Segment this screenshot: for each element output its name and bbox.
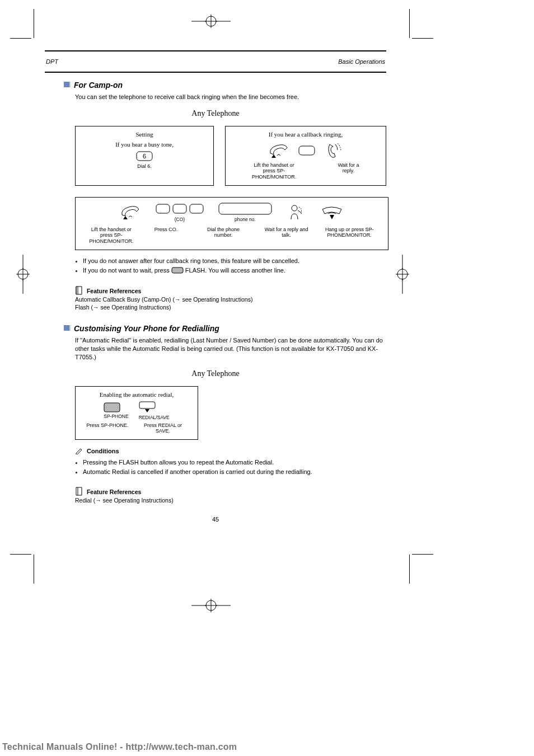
cond-header: Conditions	[87, 448, 119, 454]
panel-setting-caption-2: If you hear a busy tone,	[115, 141, 174, 148]
registration-mark-icon	[191, 598, 231, 613]
feature-title-text: Customising Your Phone for Redialling	[74, 324, 219, 333]
keycap-blank-icon	[298, 145, 315, 156]
panel-setting: Setting If you hear a busy tone, 6 Dial …	[75, 126, 214, 186]
feature-redial-title: Customising Your Phone for Redialling	[64, 324, 386, 333]
any-telephone-label: Any Telephone	[45, 109, 386, 118]
panel-dialout: (CO) phone no. Lift the handset or press…	[75, 197, 388, 250]
pencil-icon	[75, 447, 83, 454]
dialout-sub-hangup: Hang up or press SP-PHONE/MONITOR.	[324, 227, 374, 244]
cropmark	[10, 38, 31, 39]
dialout-sub-lift: Lift the handset or press SP-PHONE/MONIT…	[89, 227, 134, 244]
handset-ringing-icon	[324, 141, 343, 160]
svg-point-25	[292, 205, 297, 211]
redial-refs: Feature References Redial (→ see Operati…	[75, 486, 386, 505]
cond-item: Pressing the FLASH button allows you to …	[83, 458, 386, 467]
redial-save-key-icon: REDIAL/SAVE	[139, 401, 170, 420]
panel-autoredial-caption: Enabling the automatic redial,	[100, 391, 174, 398]
svg-text:6: 6	[143, 153, 146, 159]
header-right: Basic Operations	[338, 58, 385, 65]
cond-cancel-suffix: You will access another line.	[208, 267, 285, 274]
feature-redial-lead: If "Automatic Redial" is enabled, redial…	[75, 336, 386, 361]
flash-key-icon	[171, 267, 184, 274]
panel-callback-caption: If you hear a callback ringing,	[269, 131, 343, 138]
co-keys-icon: (CO)	[156, 202, 204, 222]
phoneno-label: phone no.	[218, 217, 272, 222]
feature-campon-title: For Camp-on	[64, 81, 386, 90]
feature-title-text: For Camp-on	[74, 81, 123, 90]
redial-label: REDIAL/SAVE	[139, 415, 170, 420]
cond-item: If you do not answer after four callback…	[83, 257, 386, 265]
svg-rect-30	[139, 402, 155, 408]
bullet-icon	[64, 325, 69, 331]
dialout-sub-phone: Dial the phone number.	[198, 227, 249, 244]
keycap-6-icon: 6	[136, 151, 153, 161]
bullet-icon	[64, 82, 69, 87]
refs-item: Flash (→ see Operating Instructions)	[75, 303, 386, 312]
cropmark	[412, 554, 433, 555]
person-talking-icon	[287, 203, 306, 222]
refs-item: Automatic Callback Busy (Camp-On) (→ see…	[75, 295, 386, 304]
co-label: (CO)	[156, 217, 204, 222]
callback-sub-wait: Wait for a reply.	[335, 162, 363, 180]
registration-mark-icon	[395, 255, 410, 294]
cropmark	[412, 38, 433, 39]
campon-refs: Feature References Automatic Callback Bu…	[75, 285, 386, 312]
svg-rect-29	[104, 403, 120, 412]
any-telephone-label: Any Telephone	[45, 369, 386, 378]
registration-mark-icon	[191, 13, 231, 29]
sp-label: SP-PHONE	[104, 414, 128, 419]
header-left: DPT	[46, 58, 58, 65]
campon-conditions: If you do not answer after four callback…	[75, 257, 386, 275]
cropmark	[409, 9, 410, 38]
page-header: DPT Basic Operations	[45, 50, 386, 73]
dialout-sub-reply: Wait for a reply and talk.	[264, 227, 309, 244]
book-icon	[75, 486, 83, 496]
refs-item: Redial (→ see Operating Instructions)	[75, 496, 386, 505]
autoredial-sub-redial: Press REDIAL or SAVE.	[138, 422, 188, 434]
svg-marker-26	[330, 215, 334, 219]
refs-header: Feature References	[87, 489, 141, 495]
handset-down-icon	[320, 204, 344, 220]
svg-rect-21	[156, 204, 170, 213]
svg-rect-19	[299, 146, 315, 155]
cropmark	[34, 555, 34, 584]
svg-marker-18	[271, 154, 276, 158]
svg-marker-20	[123, 216, 128, 219]
svg-marker-31	[145, 409, 149, 412]
book-icon	[75, 285, 83, 295]
cond-item: Automatic Redial is cancelled if another…	[83, 468, 386, 476]
cropmark	[10, 554, 31, 555]
footer-line: Technical Manuals Online! - http://www.t…	[2, 742, 237, 752]
handset-up-icon	[268, 142, 289, 159]
callback-sub-lift: Lift the handset or press SP-PHONE/MONIT…	[249, 162, 299, 180]
svg-rect-23	[190, 204, 203, 213]
cropmark	[34, 9, 34, 38]
svg-rect-24	[219, 203, 271, 214]
cond-item: If you do not want to wait, press FLASH.…	[83, 266, 386, 275]
cropmark	[409, 555, 410, 584]
panel-setting-caption-1: Setting	[135, 131, 153, 138]
panel-setting-sub: Dial 6.	[81, 163, 208, 169]
panel-autoredial: Enabling the automatic redial, SP-PHONE …	[75, 386, 198, 440]
panel-callback: If you hear a callback ringing, Lift the…	[225, 126, 386, 186]
page-number: 45	[45, 516, 386, 523]
registration-mark-icon	[15, 255, 31, 294]
autoredial-sub-sp: Press SP-PHONE.	[85, 422, 130, 434]
svg-rect-22	[173, 204, 186, 213]
handset-up-icon	[120, 204, 141, 220]
phone-number-field-icon: phone no.	[218, 202, 272, 222]
dialout-sub-co: Press CO.	[149, 227, 182, 244]
refs-header: Feature References	[87, 288, 141, 294]
redial-conditions-block: Conditions Pressing the FLASH button all…	[75, 447, 386, 476]
svg-rect-27	[172, 267, 183, 273]
cond-cancel-prefix: If you do not want to wait, press	[83, 267, 171, 274]
sp-phone-key-icon: SP-PHONE	[104, 402, 128, 419]
cond-cancel-link: FLASH.	[185, 267, 207, 274]
feature-campon-lead: You can set the telephone to receive cal…	[75, 93, 386, 101]
